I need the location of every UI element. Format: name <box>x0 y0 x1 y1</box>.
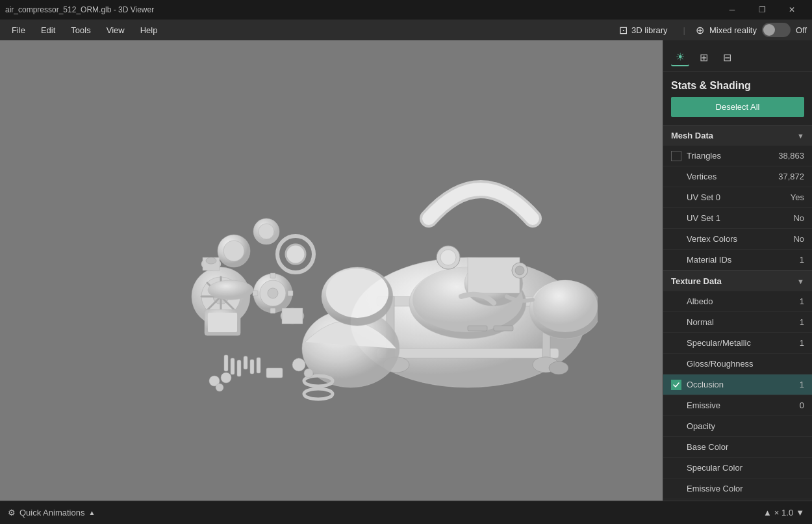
quick-animations-label: Quick Animations <box>19 508 84 517</box>
svg-point-22 <box>326 269 388 318</box>
svg-point-56 <box>221 373 231 383</box>
svg-point-60 <box>292 358 305 371</box>
mixed-reality-section: ⊕ Mixed reality Off <box>696 23 807 37</box>
animation-icon: ⚙ <box>8 508 16 517</box>
albedo-row: Albedo 1 <box>663 291 812 312</box>
uvset1-label: UV Set 1 <box>687 213 793 223</box>
uvset1-row: UV Set 1 No <box>663 208 812 229</box>
emissive-color-row: Emissive Color <box>663 478 812 499</box>
svg-point-12 <box>515 266 524 275</box>
svg-rect-45 <box>237 360 241 376</box>
normal-label: Normal <box>687 317 800 327</box>
grid2-icon[interactable]: ⊟ <box>718 48 736 66</box>
opacity-label: Opacity <box>687 421 804 431</box>
quick-animations-button[interactable]: ⚙ Quick Animations ▲ <box>8 508 95 517</box>
svg-point-57 <box>216 384 223 391</box>
close-button[interactable]: ✕ <box>777 0 807 20</box>
occlusion-checkbox[interactable] <box>671 380 681 390</box>
texture-data-title: Texture Data <box>671 276 722 286</box>
texture-data-header[interactable]: Texture Data ▼ <box>663 270 812 291</box>
svg-rect-47 <box>250 360 254 374</box>
specular-metallic-row: Specular/Metallic 1 <box>663 333 812 354</box>
texture-data-chevron: ▼ <box>797 278 804 285</box>
specular-metallic-label: Specular/Metallic <box>687 338 800 348</box>
svg-rect-48 <box>257 358 260 373</box>
window-title: air_compressor_512_ORM.glb - 3D Viewer <box>5 5 154 14</box>
svg-point-32 <box>268 288 278 298</box>
material-ids-value: 1 <box>800 255 804 265</box>
uvset0-value: Yes <box>791 192 804 202</box>
svg-rect-2 <box>377 348 559 358</box>
specular-metallic-value: 1 <box>800 338 804 348</box>
svg-point-50 <box>304 389 333 399</box>
triangles-checkbox[interactable] <box>671 151 681 161</box>
svg-rect-43 <box>224 355 228 371</box>
svg-point-15 <box>549 361 568 374</box>
deselect-all-button[interactable]: Deselect All <box>671 97 804 117</box>
3d-library-button[interactable]: ⊡ 3D library <box>614 21 673 39</box>
svg-point-17 <box>440 250 456 265</box>
minimize-button[interactable]: ─ <box>717 0 747 20</box>
restore-button[interactable]: ❐ <box>747 0 777 20</box>
library-label: 3D library <box>631 25 668 35</box>
material-ids-row: Material IDs 1 <box>663 250 812 270</box>
zoom-down-icon[interactable]: ▼ <box>796 508 804 517</box>
triangles-label: Triangles <box>687 151 778 161</box>
main-area: ☀ ⊞ ⊟ Stats & Shading Deselect All Mesh … <box>0 40 812 501</box>
mixed-reality-toggle[interactable] <box>762 23 791 37</box>
menu-bar: File Edit Tools View Help ⊡ 3D library |… <box>0 20 812 40</box>
specular-color-label: Specular Color <box>687 463 804 473</box>
sun-icon[interactable]: ☀ <box>671 48 689 66</box>
mesh-data-header[interactable]: Mesh Data ▼ <box>663 125 812 146</box>
vertices-row: Vertices 37,872 <box>663 166 812 187</box>
menu-view[interactable]: View <box>100 23 131 38</box>
grid-icon[interactable]: ⊞ <box>694 48 713 66</box>
emissive-color-label: Emissive Color <box>687 484 804 493</box>
model-svg <box>65 69 598 472</box>
menu-file[interactable]: File <box>5 23 32 38</box>
material-ids-label: Material IDs <box>687 255 800 265</box>
svg-point-58 <box>208 280 253 300</box>
mixed-reality-state: Off <box>796 25 807 35</box>
svg-point-8 <box>533 280 598 332</box>
zoom-up-icon[interactable]: ▲ <box>763 508 772 517</box>
svg-rect-35 <box>253 291 258 296</box>
title-bar: air_compressor_512_ORM.glb - 3D Viewer ─… <box>0 0 812 20</box>
vertices-value: 37,872 <box>778 172 804 181</box>
vertex-colors-row: Vertex Colors No <box>663 229 812 250</box>
menu-separator: | <box>683 25 685 35</box>
zoom-label: × 1.0 <box>774 508 793 517</box>
menu-tools[interactable]: Tools <box>64 23 97 38</box>
menu-items: File Edit Tools View Help <box>5 23 164 38</box>
triangles-row: Triangles 38,863 <box>663 146 812 166</box>
mixed-reality-label: Mixed reality <box>709 25 757 35</box>
emissive-value: 0 <box>800 400 804 410</box>
svg-rect-19 <box>494 326 513 331</box>
mixed-reality-icon: ⊕ <box>696 24 704 36</box>
base-color-row: Base Color <box>663 437 812 458</box>
panel-title: Stats & Shading <box>663 72 812 97</box>
emissive-label: Emissive <box>687 400 800 410</box>
svg-point-64 <box>206 257 216 264</box>
gloss-roughness-row: Gloss/Roughness <box>663 354 812 374</box>
uvset0-label: UV Set 0 <box>687 192 791 202</box>
uvset1-value: No <box>793 213 804 223</box>
svg-rect-46 <box>244 356 247 369</box>
svg-rect-10 <box>468 257 520 293</box>
uvset0-row: UV Set 0 Yes <box>663 187 812 208</box>
occlusion-row: Occlusion 1 <box>663 374 812 395</box>
vertex-colors-value: No <box>793 234 804 244</box>
emissive-row: Emissive 0 <box>663 395 812 416</box>
svg-rect-36 <box>288 291 293 296</box>
vertex-colors-label: Vertex Colors <box>687 234 793 244</box>
3d-viewport[interactable] <box>0 40 663 501</box>
menu-edit[interactable]: Edit <box>34 23 62 38</box>
gloss-roughness-label: Gloss/Roughness <box>687 359 804 369</box>
menu-right: ⊡ 3D library | ⊕ Mixed reality Off <box>614 21 807 39</box>
svg-point-40 <box>259 224 274 239</box>
svg-rect-34 <box>270 308 275 313</box>
svg-rect-33 <box>270 273 275 278</box>
bottom-bar: ⚙ Quick Animations ▲ ▲ × 1.0 ▼ <box>0 501 812 524</box>
menu-help[interactable]: Help <box>134 23 164 38</box>
svg-point-61 <box>304 369 313 378</box>
